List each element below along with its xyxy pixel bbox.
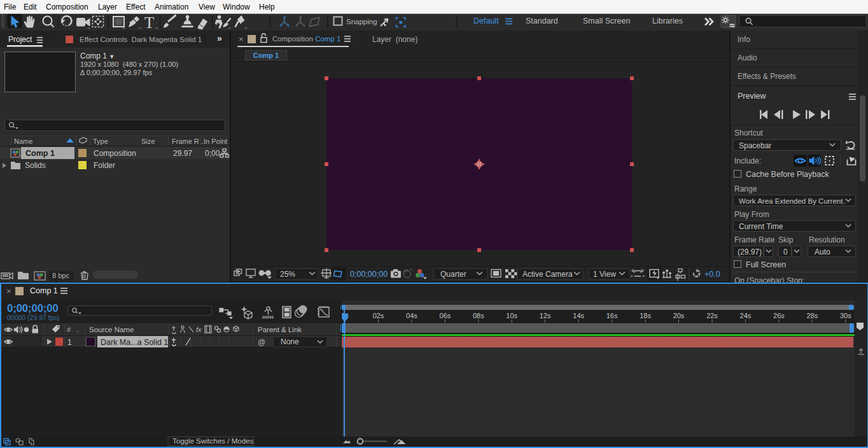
svg-text:24s: 24s (740, 312, 752, 319)
svg-text:10s: 10s (506, 312, 517, 319)
svg-text:None: None (281, 337, 299, 346)
svg-text:T: T (144, 14, 154, 31)
svg-text:1: 1 (67, 338, 72, 347)
svg-text:28s: 28s (806, 312, 818, 319)
svg-text:Quarter: Quarter (440, 270, 466, 279)
svg-text:22s: 22s (706, 312, 718, 319)
svg-text:Parent & Link: Parent & Link (258, 326, 302, 333)
svg-text:Snapping: Snapping (346, 18, 377, 25)
svg-text:Default: Default (473, 17, 499, 25)
svg-text:Standard: Standard (526, 17, 558, 25)
svg-text:04s: 04s (406, 312, 417, 319)
svg-text:Toggle Switches / Modes: Toggle Switches / Modes (172, 437, 253, 445)
svg-text:+0.0: +0.0 (704, 270, 720, 279)
svg-text:20s: 20s (673, 312, 685, 319)
svg-text:@: @ (258, 338, 265, 347)
svg-text:Libraries: Libraries (652, 17, 683, 25)
svg-text:Small Screen: Small Screen (583, 17, 630, 25)
svg-text:Source Name: Source Name (89, 326, 134, 333)
svg-text:02s: 02s (373, 312, 384, 319)
svg-text:1 View: 1 View (593, 270, 616, 279)
svg-text:25%: 25% (280, 270, 295, 279)
svg-text:30s: 30s (840, 312, 851, 319)
svg-text:08s: 08s (473, 312, 484, 319)
svg-text:Dark Ma...a Solid 1: Dark Ma...a Solid 1 (101, 338, 168, 347)
svg-text:Active Camera: Active Camera (522, 270, 573, 279)
svg-text:16s: 16s (606, 312, 618, 319)
svg-text:06s: 06s (440, 312, 451, 319)
svg-text:0;00;00;00: 0;00;00;00 (350, 270, 388, 279)
svg-text:8 bpc: 8 bpc (52, 272, 69, 279)
svg-text:#: # (67, 326, 71, 333)
svg-text:18s: 18s (640, 312, 651, 319)
svg-text:fx: fx (196, 326, 202, 333)
svg-text:14s: 14s (573, 312, 584, 319)
svg-text:12s: 12s (540, 312, 551, 319)
svg-text:26s: 26s (773, 312, 785, 319)
